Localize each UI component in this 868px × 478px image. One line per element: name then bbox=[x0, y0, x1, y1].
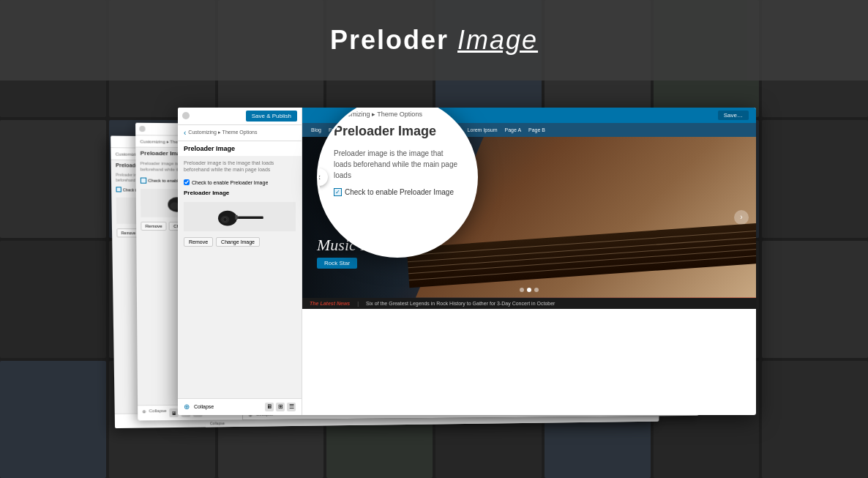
breadcrumb-text: Customizing ▸ Theme Options bbox=[188, 130, 257, 135]
magnify-inner: Customizing ▸ Theme Options Preloader Im… bbox=[319, 108, 476, 208]
collapse-label[interactable]: Collapse bbox=[194, 404, 214, 409]
mobile-icon[interactable]: ☰ bbox=[287, 403, 296, 411]
hero-dot-1[interactable] bbox=[520, 288, 524, 292]
svg-rect-11 bbox=[236, 217, 263, 219]
mid-close-buttons bbox=[139, 125, 145, 131]
page-title: Preloder Image bbox=[330, 25, 538, 56]
remove-btn[interactable]: Remove bbox=[184, 237, 213, 247]
checkbox-label: Check to enable Preloader Image bbox=[192, 180, 268, 185]
customizer-checkbox-row: Check to enable Preloader Image bbox=[178, 177, 302, 187]
desktop-icon[interactable]: 🖥 bbox=[265, 403, 274, 411]
magnify-desc: Preloader image is the image that loads … bbox=[334, 148, 461, 181]
nav-blog[interactable]: Blog bbox=[311, 127, 321, 132]
news-bar: The Latest News | Six of the Greatest Le… bbox=[302, 298, 756, 309]
main-content: Customizing ▸ Theme Options Preloader Im… bbox=[0, 81, 868, 478]
customizer-topbar: Save & Publish bbox=[178, 108, 302, 125]
preloader-checkbox[interactable] bbox=[184, 179, 190, 185]
back-collapse-label[interactable]: Collapse bbox=[210, 421, 225, 425]
customizer-panel: Save & Publish ‹ Customizing ▸ Theme Opt… bbox=[178, 108, 302, 415]
control-icons: 🖥 ⊞ ☰ bbox=[265, 403, 296, 411]
hero-dot-3[interactable] bbox=[534, 288, 539, 292]
magnify-checkbox-row: Check to enable Preloader Image bbox=[334, 188, 461, 196]
customizer-section-title: Preloader Image bbox=[178, 141, 302, 156]
save-publish-btn[interactable]: Save & Publish bbox=[246, 111, 297, 122]
guitar-image-container bbox=[184, 202, 296, 231]
mid-collapse-label[interactable]: ⊕ bbox=[142, 408, 146, 417]
screenshot-stack: Customizing ▸ Theme Options Preloader Im… bbox=[105, 97, 763, 463]
news-divider: | bbox=[357, 301, 359, 306]
customizer-footer: ⊕ Collapse 🖥 ⊞ ☰ bbox=[178, 398, 302, 415]
mid-collapse-text[interactable]: Collapse bbox=[149, 408, 167, 417]
breadcrumb-arrow-icon: ‹ bbox=[184, 129, 186, 137]
customizer-breadcrumb: ‹ Customizing ▸ Theme Options bbox=[178, 125, 302, 141]
hero-subtitle-btn[interactable]: Rock Star bbox=[317, 258, 357, 269]
nav-pageb[interactable]: Page B bbox=[528, 127, 545, 132]
mid-remove-btn[interactable]: Remove bbox=[141, 221, 167, 230]
hero-next-arrow[interactable]: › bbox=[734, 210, 749, 225]
guitar-icon bbox=[214, 206, 266, 228]
collapse-plus-icon[interactable]: ⊕ bbox=[184, 403, 190, 411]
svg-rect-12 bbox=[235, 215, 237, 220]
header: Preloder Image bbox=[0, 0, 868, 81]
fret-line bbox=[408, 242, 756, 268]
magnify-breadcrumb: Customizing ▸ Theme Options bbox=[334, 111, 461, 118]
image-buttons: Remove Change Image bbox=[178, 235, 302, 249]
nav-pagea[interactable]: Page A bbox=[504, 127, 521, 132]
customizer-desc: Preloader image is the image that loads … bbox=[178, 156, 302, 178]
customizer-active-item[interactable]: Preloader Image bbox=[178, 187, 302, 198]
nav-lorem[interactable]: Lorem Ipsum bbox=[468, 127, 498, 132]
mid-close-btn[interactable] bbox=[139, 125, 145, 131]
news-latest-label: The Latest News bbox=[310, 301, 350, 306]
back-checkbox-box bbox=[116, 187, 121, 192]
magnify-checkbox-label: Check to enable Preloader Image bbox=[345, 188, 454, 196]
site-save-btn[interactable]: Save… bbox=[718, 111, 749, 120]
hero-dot-2[interactable] bbox=[527, 288, 531, 292]
magnify-checkbox-box bbox=[334, 188, 342, 196]
hero-dots bbox=[520, 288, 539, 292]
screen-front: Save & Publish ‹ Customizing ▸ Theme Opt… bbox=[178, 108, 756, 415]
tablet-icon[interactable]: ⊞ bbox=[276, 403, 285, 411]
customizer-close-btn[interactable] bbox=[182, 112, 190, 119]
news-text: Six of the Greatest Legends in Rock Hist… bbox=[366, 301, 555, 306]
svg-point-10 bbox=[222, 217, 226, 221]
magnify-title: Preloader Image bbox=[334, 124, 461, 139]
mid-checkbox-box bbox=[141, 177, 146, 183]
change-image-btn[interactable]: Change Image bbox=[216, 237, 260, 247]
